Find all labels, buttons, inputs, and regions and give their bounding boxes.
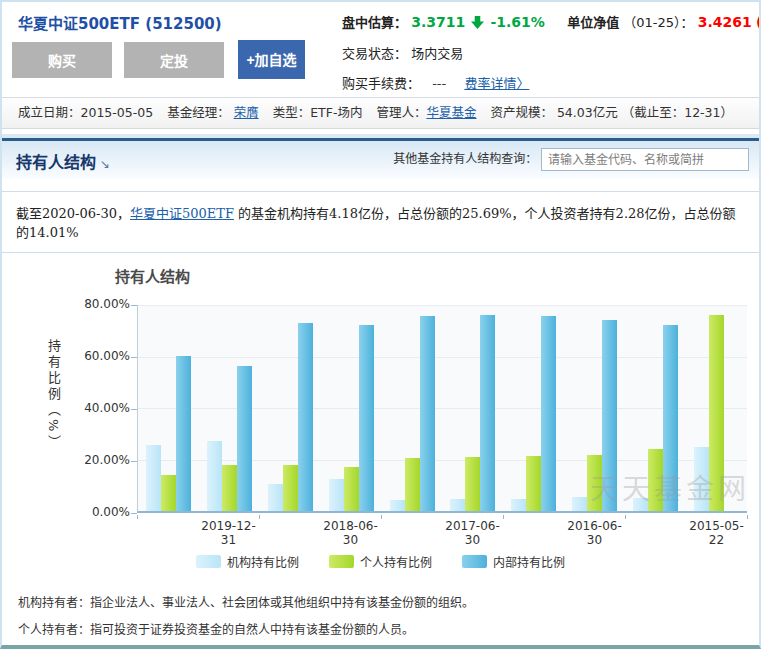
add-watchlist-button[interactable]: +加自选 xyxy=(238,40,305,79)
holder-structure-section-header: 持有人结构↘ 其他基金持有人结构查询： xyxy=(2,138,759,179)
bar-group xyxy=(443,305,504,511)
inception-value: 2015-05-05 xyxy=(81,105,154,120)
legend-swatch-icon xyxy=(329,555,354,568)
bar xyxy=(572,497,587,511)
y-tick-label: 0.00% xyxy=(42,505,130,519)
bar xyxy=(344,467,359,511)
legend-item[interactable]: 机构持有比例 xyxy=(196,553,299,570)
nav-value: 3.4261 xyxy=(698,14,752,30)
bar xyxy=(663,325,678,511)
trade-status-label: 交易状态： xyxy=(342,46,407,61)
legend-label: 内部持有比例 xyxy=(493,553,565,570)
x-axis-label: 2015-05-22 xyxy=(686,519,747,547)
fee-line: 购买手续费： --- 费率详情〉 xyxy=(342,73,761,92)
y-tick-mark xyxy=(131,461,137,462)
aip-button[interactable]: 定投 xyxy=(124,42,224,78)
trade-status-line: 交易状态： 场内交易 xyxy=(342,43,761,62)
y-tick-label: 40.00% xyxy=(42,401,130,415)
bar xyxy=(526,456,541,511)
bar-group xyxy=(564,305,625,511)
chart-legend: 机构持有比例个人持有比例内部持有比例 xyxy=(2,553,759,570)
nav-label: 单位净值 xyxy=(567,15,619,30)
bar xyxy=(207,441,222,511)
x-axis-label xyxy=(381,519,442,547)
holder-summary: 截至2020-06-30，华夏中证500ETF 的基金机构持有4.18亿份，占总… xyxy=(2,191,759,253)
x-axis-label xyxy=(137,519,198,547)
estimate-value: 3.3711 xyxy=(411,14,465,30)
nav-change: ( 0.11% ) xyxy=(756,14,761,30)
bar xyxy=(329,479,344,511)
bar xyxy=(283,465,298,511)
legend-label: 个人持有比例 xyxy=(360,553,432,570)
scale-note: （截止至：12-31） xyxy=(622,105,733,120)
fee-detail-link[interactable]: 费率详情〉 xyxy=(464,76,529,91)
legend-label: 机构持有比例 xyxy=(227,553,299,570)
down-arrow-icon xyxy=(471,16,484,32)
chart-title: 持有人结构 xyxy=(115,265,190,286)
x-axis-label: 2016-06-30 xyxy=(564,519,625,547)
estimate-change: -1.61% xyxy=(490,14,544,30)
x-axis-labels: 2019-12-312018-06-302017-06-302016-06-30… xyxy=(137,519,747,547)
bar xyxy=(541,316,556,511)
manager-label: 基金经理： xyxy=(167,105,230,120)
fund-query: 其他基金持有人结构查询： xyxy=(393,148,749,171)
bar xyxy=(480,315,495,511)
bar xyxy=(587,455,602,511)
inception-label: 成立日期： xyxy=(18,105,81,120)
company-label: 管理人： xyxy=(376,105,426,120)
bar xyxy=(709,315,724,511)
fund-page: 华夏中证500ETF (512500) 购买 定投 +加自选 盘中估算： 3.3… xyxy=(0,0,761,649)
type-label: 类型： xyxy=(273,105,311,120)
bar xyxy=(694,447,709,511)
bar xyxy=(359,325,374,511)
manager-link[interactable]: 荣膺 xyxy=(234,105,259,120)
bar xyxy=(511,499,526,511)
bar-group xyxy=(138,305,199,511)
bars xyxy=(138,305,747,511)
nav-date: （01-25）： xyxy=(623,15,693,30)
header: 华夏中证500ETF (512500) 购买 定投 +加自选 盘中估算： 3.3… xyxy=(2,2,759,97)
y-tick-label: 20.00% xyxy=(42,453,130,467)
section-title: 持有人结构↘ xyxy=(16,149,110,173)
y-tick-label: 60.00% xyxy=(42,349,130,363)
type-value: ETF-场内 xyxy=(310,105,362,120)
x-axis-label xyxy=(259,519,320,547)
footnotes: 机构持有者：指企业法人、事业法人、社会团体或其他组织中持有该基金份额的组织。个人… xyxy=(2,585,759,649)
bar xyxy=(161,475,176,511)
query-label: 其他基金持有人结构查询： xyxy=(393,152,537,166)
bar xyxy=(222,465,237,511)
y-tick-mark xyxy=(131,409,137,410)
bar xyxy=(268,484,283,511)
fund-search-input[interactable] xyxy=(541,148,749,171)
fee-label: 购买手续费： xyxy=(342,76,420,91)
bar-group xyxy=(321,305,382,511)
bar xyxy=(420,316,435,511)
bar xyxy=(602,320,617,511)
bar-group xyxy=(686,305,747,511)
trade-status-value: 场内交易 xyxy=(411,46,463,61)
legend-swatch-icon xyxy=(462,555,487,568)
scale-label: 资产规模： xyxy=(490,105,553,120)
y-tick-label: 80.00% xyxy=(42,297,130,311)
x-axis-label: 2018-06-30 xyxy=(320,519,381,547)
legend-item[interactable]: 个人持有比例 xyxy=(329,553,432,570)
header-quote: 盘中估算： 3.3711 -1.61% 单位净值 （01-25）： 3.4261… xyxy=(342,12,761,103)
legend-item[interactable]: 内部持有比例 xyxy=(462,553,565,570)
fund-code: (512500) xyxy=(145,15,221,33)
x-tick-mark xyxy=(747,515,748,519)
summary-fund-link[interactable]: 华夏中证500ETF xyxy=(130,206,234,221)
footnote: 机构持有者：指企业法人、事业法人、社会团体或其他组织中持有该基金份额的组织。 xyxy=(18,595,743,611)
fund-name: 华夏中证500ETF xyxy=(18,15,140,33)
bar xyxy=(465,457,480,511)
bar xyxy=(146,445,161,511)
buy-button[interactable]: 购买 xyxy=(12,42,112,78)
x-axis-label xyxy=(503,519,564,547)
bar xyxy=(450,499,465,511)
company-link[interactable]: 华夏基金 xyxy=(426,105,476,120)
bar xyxy=(298,323,313,511)
bar-group xyxy=(260,305,321,511)
bar xyxy=(405,458,420,511)
legend-swatch-icon xyxy=(196,555,221,568)
y-tick-mark xyxy=(131,357,137,358)
y-tick-mark xyxy=(131,513,137,514)
